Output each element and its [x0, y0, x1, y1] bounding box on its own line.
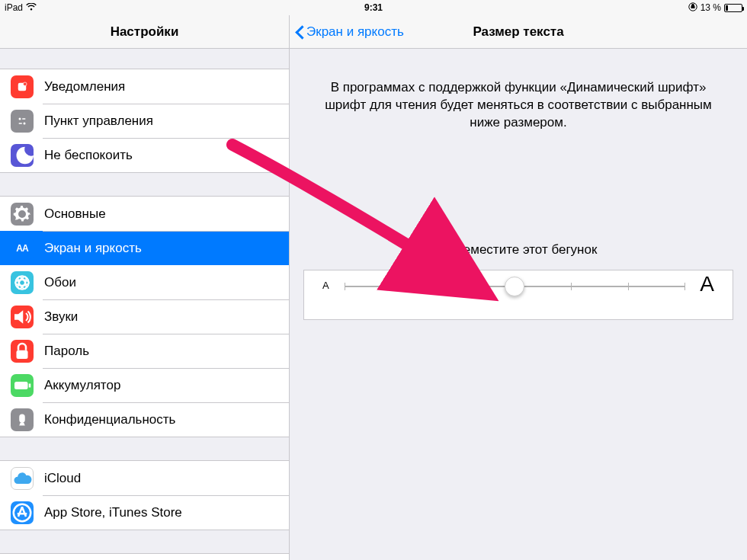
- sidebar-item-label: iCloud: [44, 471, 289, 486]
- sidebar-item-label: App Store, iTunes Store: [44, 505, 289, 520]
- sidebar-item-dnd[interactable]: Не беспокоить: [0, 138, 289, 172]
- chevron-left-icon: [296, 24, 305, 40]
- dnd-icon: [11, 144, 34, 167]
- sounds-icon: [11, 306, 34, 328]
- sidebar-item-sounds[interactable]: Звуки: [0, 299, 289, 334]
- text-size-slider-panel: A A: [303, 270, 733, 320]
- sidebar-item-label: Обои: [44, 275, 289, 290]
- sidebar-item-label: Уведомления: [44, 79, 289, 94]
- sidebar-item-label: Аккумулятор: [44, 378, 289, 393]
- sidebar-title: Настройки: [111, 24, 179, 40]
- general-icon: [11, 203, 34, 226]
- svg-rect-13: [29, 383, 31, 387]
- big-a-label: A: [700, 272, 714, 296]
- settings-sidebar: Настройки УведомленияПункт управленияНе …: [0, 0, 290, 560]
- sidebar-item-label: Пункт управления: [44, 114, 289, 129]
- sidebar-item-wallpaper[interactable]: Обои: [0, 265, 289, 299]
- svg-rect-12: [14, 382, 28, 389]
- passcode-icon: [11, 340, 34, 363]
- sidebar-item-battery[interactable]: Аккумулятор: [0, 368, 289, 402]
- sidebar-item-label: Не беспокоить: [44, 148, 289, 163]
- wifi-icon: [26, 3, 37, 12]
- notifications-icon: [11, 75, 34, 98]
- text-size-slider[interactable]: [345, 286, 685, 287]
- wallpaper-icon: [11, 271, 34, 294]
- battery-icon: [11, 374, 34, 397]
- battery-percent: 13 %: [701, 2, 721, 13]
- battery-icon: [724, 4, 742, 12]
- device-label: iPad: [5, 2, 23, 13]
- appstore-icon: [11, 501, 34, 524]
- sidebar-item-label: Пароль: [44, 344, 289, 359]
- controlcenter-icon: [11, 110, 34, 133]
- sidebar-item-label: Основные: [44, 206, 289, 222]
- sidebar-item-display[interactable]: AAЭкран и яркость: [0, 231, 289, 265]
- status-bar: iPad 9:31 13 %: [0, 0, 747, 15]
- slider-thumb[interactable]: [505, 277, 524, 296]
- detail-pane: Экран и яркость Размер текста В программ…: [290, 0, 747, 560]
- privacy-icon: [11, 408, 34, 431]
- back-label: Экран и яркость: [306, 24, 404, 40]
- sidebar-item-mail[interactable]: Почта, адреса, календари: [0, 554, 289, 560]
- svg-point-5: [24, 122, 26, 124]
- display-icon: AA: [11, 237, 34, 260]
- sidebar-item-icloud[interactable]: iCloud: [0, 461, 289, 495]
- clock: 9:31: [251, 2, 497, 13]
- sidebar-item-notifications[interactable]: Уведомления: [0, 69, 289, 104]
- small-a-label: A: [322, 280, 329, 291]
- slider-caption: Переместите этот бегунок: [290, 242, 747, 258]
- sidebar-item-passcode[interactable]: Пароль: [0, 334, 289, 368]
- sidebar-item-label: Экран и яркость: [44, 241, 289, 256]
- detail-title: Размер текста: [473, 24, 563, 40]
- back-button[interactable]: Экран и яркость: [296, 15, 404, 48]
- orientation-lock-icon: [688, 2, 697, 14]
- dynamic-type-description: В программах с поддержкой функции «Динам…: [313, 79, 724, 132]
- sidebar-item-appstore[interactable]: App Store, iTunes Store: [0, 495, 289, 530]
- svg-point-2: [24, 82, 27, 86]
- sidebar-item-label: Звуки: [44, 309, 289, 325]
- svg-rect-4: [22, 118, 26, 120]
- sidebar-item-general[interactable]: Основные: [0, 197, 289, 231]
- sidebar-list[interactable]: УведомленияПункт управленияНе беспокоить…: [0, 49, 289, 560]
- sidebar-item-label: Конфиденциальность: [44, 412, 289, 427]
- svg-rect-11: [17, 350, 28, 358]
- icloud-icon: [11, 467, 34, 490]
- svg-point-3: [19, 117, 21, 120]
- sidebar-item-controlcenter[interactable]: Пункт управления: [0, 104, 289, 138]
- svg-rect-6: [19, 123, 23, 124]
- sidebar-item-privacy[interactable]: Конфиденциальность: [0, 402, 289, 437]
